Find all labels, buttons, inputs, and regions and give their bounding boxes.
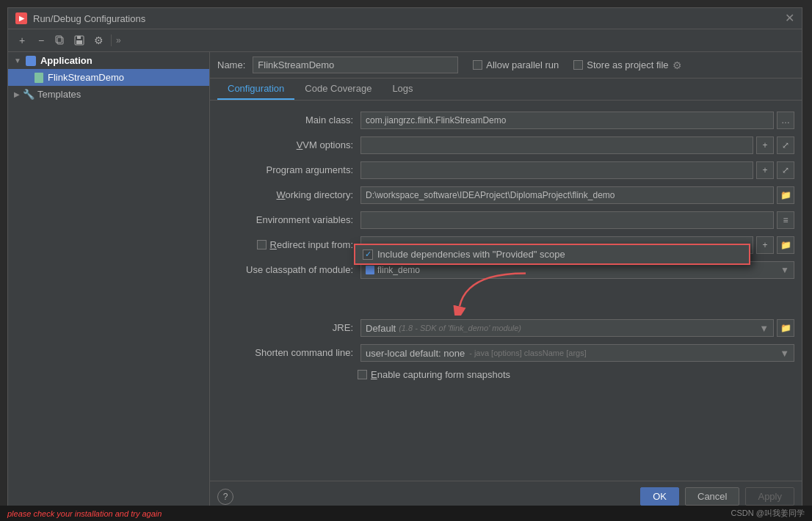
jre-field: Default (1.8 - SDK of 'flink_demo' modul…: [360, 319, 794, 337]
classpath-value: flink_demo: [377, 265, 420, 275]
wrench-icon: 🔧: [23, 89, 35, 100]
enable-snapshots-checkbox[interactable]: [358, 370, 367, 379]
bottom-actions: OK Cancel Apply: [640, 487, 794, 506]
dialog-icon: ▶: [15, 12, 27, 24]
env-vars-button[interactable]: ≡: [777, 211, 794, 229]
shorten-arrow: ▼: [780, 348, 789, 359]
enable-snapshots-wrapper[interactable]: Enable capturing form snapshots: [358, 369, 510, 380]
more-button[interactable]: »: [116, 35, 121, 45]
name-label: Name:: [217, 59, 245, 70]
name-bar: Name: Allow parallel run Store as projec…: [210, 52, 802, 79]
redirect-label-wrapper: Redirect input from:: [217, 236, 353, 250]
cancel-button[interactable]: Cancel: [685, 487, 739, 506]
svg-rect-1: [56, 36, 62, 43]
program-args-input[interactable]: [360, 161, 753, 179]
vm-options-input[interactable]: [360, 136, 753, 154]
jre-arrow: ▼: [759, 323, 769, 334]
jre-value: Default: [366, 323, 396, 334]
working-dir-label: Working directory:: [217, 186, 353, 200]
application-icon: [26, 56, 36, 66]
sidebar-item-flinkstreamdemo[interactable]: FlinkStreamDemo: [8, 69, 209, 86]
args-fullscreen-button[interactable]: ⤢: [777, 161, 794, 179]
shorten-row: Shorten command line: user-local default…: [210, 340, 802, 365]
toolbar: + − ⚙ »: [8, 29, 802, 52]
tab-code-coverage[interactable]: Code Coverage: [294, 79, 382, 100]
working-dir-field: 📁: [360, 186, 794, 204]
shorten-hint: - java [options] className [args]: [469, 349, 587, 357]
svg-rect-4: [77, 36, 81, 39]
ok-button[interactable]: OK: [640, 487, 679, 506]
main-class-field: …: [360, 112, 794, 129]
shorten-label: Shorten command line:: [217, 344, 353, 358]
settings-button[interactable]: ⚙: [90, 32, 106, 48]
name-input[interactable]: [253, 57, 458, 73]
tab-logs[interactable]: Logs: [382, 79, 423, 100]
working-dir-row: Working directory: 📁: [210, 183, 802, 208]
close-button[interactable]: ✕: [785, 12, 794, 24]
copy-button[interactable]: [52, 32, 68, 48]
shorten-field: user-local default: none - java [options…: [360, 344, 794, 362]
main-class-browse-button[interactable]: …: [777, 112, 794, 129]
classpath-arrow: ▼: [780, 265, 789, 275]
program-args-label: Program arguments:: [217, 161, 353, 175]
warning-text: please check your installation and try a…: [7, 509, 162, 518]
env-vars-input[interactable]: [360, 211, 774, 229]
program-args-field: + ⤢: [360, 161, 794, 179]
redirect-label: Redirect input from:: [270, 239, 353, 250]
redirect-browse-button[interactable]: 📁: [777, 236, 794, 254]
add-button[interactable]: +: [14, 32, 30, 48]
sidebar-application-group[interactable]: ▼ Application: [8, 52, 209, 69]
sidebar-item-label: FlinkStreamDemo: [48, 72, 124, 83]
include-deps-checkbox[interactable]: ✓: [363, 249, 373, 260]
include-deps-row[interactable]: ✓ Include dependencies with "Provided" s…: [355, 245, 749, 263]
enable-snapshots-label: Enable capturing form snapshots: [371, 369, 510, 380]
title-bar: ▶ Run/Debug Configurations ✕: [8, 8, 802, 29]
tab-configuration[interactable]: Configuration: [217, 79, 294, 100]
redirect-checkbox[interactable]: [257, 240, 267, 249]
csdn-bar: please check your installation and try a…: [0, 506, 812, 521]
store-project-label: Store as project file: [587, 59, 668, 70]
store-project-wrapper: Store as project file ⚙: [573, 59, 681, 71]
classpath-label: Use classpath of module:: [217, 261, 353, 275]
gear-icon[interactable]: ⚙: [673, 59, 682, 71]
main-class-row: Main class: …: [210, 108, 802, 133]
working-dir-input[interactable]: [360, 186, 774, 204]
expand-arrow: ▼: [14, 57, 21, 65]
main-class-label: Main class:: [217, 112, 353, 125]
working-dir-browse-button[interactable]: 📁: [777, 186, 794, 204]
jre-browse-button[interactable]: 📁: [777, 319, 794, 337]
templates-arrow: ▶: [14, 90, 20, 98]
main-class-input[interactable]: [360, 112, 774, 129]
jre-dropdown[interactable]: Default (1.8 - SDK of 'flink_demo' modul…: [360, 319, 774, 337]
toolbar-separator: [111, 34, 112, 46]
jre-row: JRE: Default (1.8 - SDK of 'flink_demo' …: [210, 316, 802, 340]
sidebar-templates-group[interactable]: ▶ 🔧 Templates: [8, 86, 209, 103]
shorten-value: user-local default: none: [366, 348, 465, 359]
redirect-expand-button[interactable]: +: [756, 236, 774, 254]
right-panel: Name: Allow parallel run Store as projec…: [210, 52, 802, 511]
vm-options-field: + ⤢: [360, 136, 794, 154]
vm-expand-button[interactable]: +: [756, 136, 774, 154]
csdn-author: CSDN @叫我姜同学: [731, 508, 805, 519]
main-content: ▼ Application FlinkStreamDemo ▶ 🔧 Templa…: [8, 52, 802, 511]
apply-button[interactable]: Apply: [745, 487, 794, 506]
run-debug-dialog: ▶ Run/Debug Configurations ✕ + − ⚙ » ▼ A…: [7, 7, 802, 512]
args-expand-button[interactable]: +: [756, 161, 774, 179]
allow-parallel-label: Allow parallel run: [486, 59, 559, 70]
remove-button[interactable]: −: [33, 32, 49, 48]
tabs: Configuration Code Coverage Logs: [210, 79, 802, 101]
enable-snapshots-row: Enable capturing form snapshots: [210, 365, 802, 384]
templates-label: Templates: [37, 89, 81, 100]
save-button[interactable]: [71, 32, 87, 48]
allow-parallel-checkbox[interactable]: [473, 60, 482, 70]
include-deps-label: Include dependencies with "Provided" sco…: [377, 249, 565, 260]
vm-fullscreen-button[interactable]: ⤢: [777, 136, 794, 154]
application-group-label: Application: [40, 55, 93, 66]
svg-rect-0: [57, 37, 63, 44]
vm-options-row: VVM options: + ⤢: [210, 133, 802, 158]
help-button[interactable]: ?: [217, 489, 233, 505]
shorten-dropdown[interactable]: user-local default: none - java [options…: [360, 344, 794, 362]
store-project-checkbox[interactable]: [573, 60, 583, 70]
jre-hint: (1.8 - SDK of 'flink_demo' module): [399, 324, 521, 332]
env-vars-field: ≡: [360, 211, 794, 229]
